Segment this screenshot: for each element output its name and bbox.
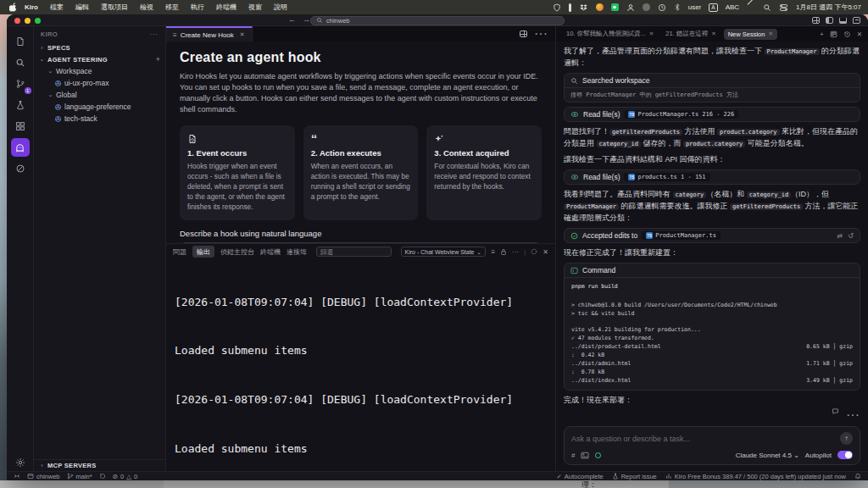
autocomplete-status[interactable]: ✓ Autocomplete [557,473,604,480]
shield-icon[interactable] [553,3,561,12]
app-status-orange-icon[interactable] [596,3,604,11]
remote-indicator[interactable] [14,473,20,480]
session-tab-1[interactable]: 10. 你幫我輸入幾個測試資...✕ [562,28,658,40]
close-session-icon[interactable]: ✕ [649,30,654,37]
output-filter-input[interactable] [316,247,392,257]
menu-go[interactable]: 移至 [159,3,185,12]
user-status-icon[interactable] [626,3,635,12]
menu-terminal[interactable]: 終端機 [210,3,242,12]
activity-settings-button[interactable] [7,458,34,468]
add-steering-icon[interactable]: + [156,55,160,64]
close-chat-panel-icon[interactable]: ✕ [857,30,862,38]
tree-item-global[interactable]: ⌄ Global [34,89,165,101]
close-window-button[interactable] [14,18,20,24]
apple-menu-icon[interactable] [7,3,19,12]
menu-file[interactable]: 檔案 [44,3,70,12]
report-issue-button[interactable]: Report issue [612,473,657,480]
context-hash-icon[interactable]: # [571,452,575,459]
activity-source-control-button[interactable]: 1 [11,75,30,93]
lock-scroll-icon[interactable] [500,248,507,256]
dim-status-icon[interactable] [643,3,650,11]
dropbox-icon[interactable] [579,3,588,12]
tab-debug-console[interactable]: 偵錯主控台 [220,247,254,257]
tab-output[interactable]: 輸出 [192,246,214,258]
chat-composer[interactable]: ↑ # Claude Sonnet 4.5 ⌄ Autopilot [564,426,860,465]
toggle-chat-icon[interactable] [853,17,860,24]
menu-help[interactable]: 說明 [268,3,293,12]
user-menu-label[interactable]: user [688,3,702,11]
feedback-bubble-icon[interactable] [832,408,839,423]
control-center-icon[interactable] [779,3,788,12]
sidebar-section-agent-steering[interactable]: ⌄ AGENT STEERING + [34,53,165,65]
command-block[interactable]: Command pnpm run build > chihweb@1.0.0 b… [564,263,860,391]
menu-clock-label[interactable]: 1月8日 週四 下午5:07 [796,3,861,12]
spotlight-icon[interactable] [763,3,771,12]
task-board-icon[interactable] [830,30,837,38]
close-session-icon[interactable]: ✕ [768,30,772,37]
nav-back-icon[interactable]: ← [288,15,296,24]
ime-icon[interactable]: A [709,3,717,12]
line-app-icon[interactable] [611,3,619,11]
undo-icon[interactable]: ↺ [848,232,854,240]
file-chip[interactable]: TS ProductManager.ts [642,231,721,240]
diff-icon[interactable]: ⇄ [837,232,843,240]
close-session-icon[interactable]: ✕ [711,30,715,37]
clock-icon[interactable] [658,3,666,12]
minimize-window-button[interactable] [25,18,31,24]
output-source-select[interactable]: Kiro - Chat Webview State ⌄ [401,247,486,257]
file-chip[interactable]: TS products.ts 1 - 151 [624,173,709,181]
editor-more-actions-icon[interactable]: ··· [534,26,548,42]
send-message-button[interactable]: ↑ [840,432,853,445]
chat-message-list[interactable]: 我了解了，產品管理頁面的分類篩選有問題，讓我檢查一下 ProductManage… [556,42,868,404]
read-files-block[interactable]: Read file(s) TS products.ts 1 - 151 [564,169,860,185]
nav-forward-icon[interactable]: → [303,15,310,24]
close-panel-icon[interactable]: ✕ [542,248,548,256]
menu-run[interactable]: 執行 [185,3,210,12]
menu-edit[interactable]: 編輯 [70,3,95,12]
workspace-name[interactable]: chinweb [27,473,60,480]
session-tab-2[interactable]: 21. 錯誤在這裡✕ [661,28,720,40]
activity-disabled-button[interactable] [11,159,30,178]
sync-icon[interactable] [99,473,106,480]
zoom-window-button[interactable] [35,18,41,24]
composer-more-icon[interactable]: ··· [846,408,860,423]
tree-item-language-preference[interactable]: language-preference [34,101,165,113]
stylus-icon[interactable] [747,3,755,12]
accepted-edits-block[interactable]: Accepted edits to TS ProductManager.ts ⇄… [564,228,860,243]
sidebar-more-icon[interactable]: ··· [150,30,159,38]
menu-selection[interactable]: 選取項目 [95,3,134,12]
toggle-panel-icon[interactable] [839,17,847,24]
git-branch-status[interactable]: main* [67,473,92,480]
activity-extensions-button[interactable] [11,117,30,136]
notifications-bell-icon[interactable] [854,473,861,480]
tree-item-tech-stack[interactable]: tech-stack [34,113,165,125]
activity-test-button[interactable] [11,96,30,114]
activity-kiro-agent-button[interactable] [11,138,30,157]
tab-create-new-hook[interactable]: ≡ Create New Hook ✕ [166,26,253,42]
session-tab-new[interactable]: New Session✕ [724,29,777,40]
autopilot-toggle[interactable] [837,451,853,459]
tree-item-workspace[interactable]: ⌄ Workspace [34,65,165,77]
history-icon[interactable] [843,30,851,38]
toggle-sidebar-icon[interactable] [826,17,833,24]
word-wrap-icon[interactable]: ≡ [492,248,496,256]
pen-status-icon[interactable] [569,3,571,12]
sidebar-section-mcp-servers[interactable]: › MCP SERVERS [34,459,165,471]
tab-terminal[interactable]: 終端機 [260,247,281,257]
ime-label[interactable]: ABC [726,3,739,11]
new-session-icon[interactable]: + [820,30,823,38]
panel-more-icon[interactable]: ··· [512,248,519,256]
split-editor-icon[interactable] [520,30,527,37]
activity-search-button[interactable] [11,53,30,72]
mcp-status-icon[interactable] [595,452,601,458]
model-selector[interactable]: Claude Sonnet 4.5 ⌄ [736,452,799,459]
chat-input[interactable] [571,435,840,443]
sidebar-section-specs[interactable]: › SPECS [34,42,165,53]
close-tab-icon[interactable]: ✕ [240,31,245,38]
activity-explorer-button[interactable] [11,32,30,51]
file-chip[interactable]: TS ProductManager.ts 216 - 226 [624,110,738,119]
customize-layout-icon[interactable] [812,17,820,24]
command-center-search[interactable]: chinweb [310,16,565,25]
output-log[interactable]: [2026-01-08T09:07:04] [DEBUG] [loadConte… [166,259,555,471]
read-files-block[interactable]: Read file(s) TS ProductManager.ts 216 - … [564,107,860,122]
